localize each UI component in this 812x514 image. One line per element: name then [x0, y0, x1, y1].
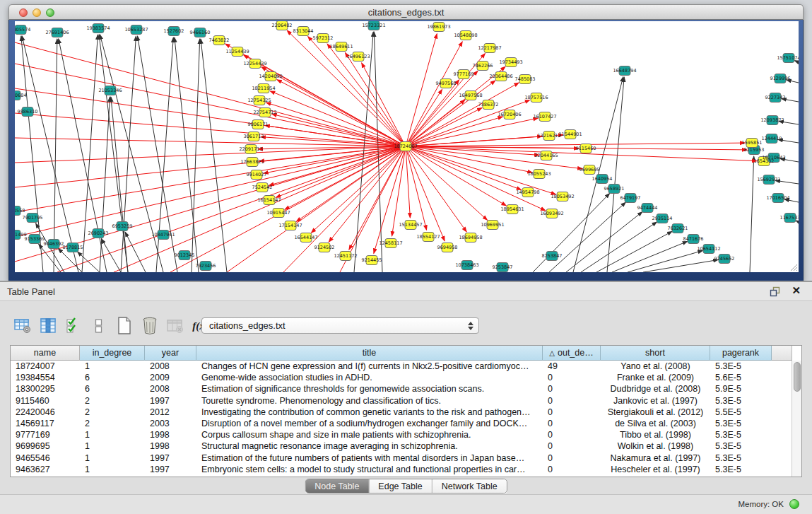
graph-node-label: 16544147 — [294, 235, 317, 240]
scrollbar-thumb[interactable] — [794, 362, 801, 392]
graph-node-label: 9129996 — [770, 76, 791, 81]
table-row[interactable]: 1830029562008Estimation of significance … — [11, 383, 792, 395]
graph-node-label: 8253847 — [542, 253, 563, 259]
status-bar: Memory: OK — [0, 494, 812, 514]
graph-node-label: 12458117 — [379, 240, 402, 246]
graph-node-label: 2405574 — [15, 27, 30, 33]
cell-in-degree: 2 — [80, 395, 145, 407]
minimize-window-icon[interactable] — [33, 8, 41, 17]
network-canvas[interactable]: 1872400724055742769140619383574106532871… — [15, 21, 799, 272]
graph-node-label: 9227343 — [765, 95, 786, 100]
column-header-name[interactable]: name — [11, 346, 80, 361]
table-row[interactable]: 1456911722003Disruption of a novel membe… — [11, 418, 792, 429]
table-type-tabs: Node Table Edge Table Network Table — [305, 479, 507, 493]
table-row[interactable]: 2242004622012Investigating the contribut… — [11, 407, 792, 418]
graph-node-label: 10969951 — [481, 222, 504, 228]
cell-title: Genome-wide association studies in ADHD. — [196, 372, 543, 383]
table-vertical-scrollbar[interactable] — [792, 361, 801, 477]
table-row[interactable]: 1872400712008Changes of HCN gene express… — [11, 361, 792, 372]
graph-node-label: 9245652 — [714, 256, 735, 262]
deselect-all-icon[interactable] — [89, 317, 108, 336]
graph-node-label: 10847941 — [151, 232, 175, 238]
table-panel-title: Table Panel — [7, 286, 55, 297]
graph-node-label: 21053346 — [98, 88, 122, 93]
cell-short: Stergiakouli et al. (2012) — [601, 407, 710, 418]
graph-node-label: 7524542 — [252, 185, 273, 190]
graph-node-label: 9777169 — [454, 71, 474, 77]
column-header-out-degree[interactable]: △out_de… — [543, 346, 601, 361]
cell-year: 1997 — [145, 464, 196, 475]
cell-out-degree: 0 — [543, 407, 601, 418]
canvas-resize-grip[interactable] — [789, 262, 798, 271]
cell-short: Dudbridge et al. (2008) — [601, 383, 710, 395]
cell-out-degree: 0 — [543, 372, 601, 383]
cell-year: 2012 — [145, 407, 196, 418]
table-row[interactable]: 946362711997Embryonic stem cells: a mode… — [11, 464, 792, 475]
graph-node-label: 22044165 — [534, 153, 558, 158]
graph-node-label: 16154147 — [257, 197, 281, 203]
cell-year: 1998 — [145, 440, 196, 452]
graph-node-label: 19383574 — [86, 25, 110, 31]
show-columns-icon[interactable] — [38, 317, 57, 336]
cell-in-degree: 1 — [80, 440, 145, 452]
column-header-pagerank[interactable]: pagerank — [710, 346, 772, 361]
cell-short: Nakamura et al. (1997) — [601, 452, 710, 464]
select-all-icon[interactable] — [64, 317, 83, 336]
table-mode-icon[interactable] — [13, 317, 32, 336]
graph-node-label: 16496123 — [346, 54, 370, 59]
graph-node-label: 15692971 — [757, 177, 780, 182]
new-column-icon[interactable] — [114, 317, 134, 336]
close-panel-icon[interactable]: ✕ — [792, 285, 801, 296]
cell-pagerank: 5.6E-5 — [710, 372, 772, 383]
cell-short: Hescheler et al. (1997) — [601, 464, 710, 475]
table-row[interactable]: 977716911998Corpus callosum shape and si… — [11, 429, 792, 440]
close-window-icon[interactable] — [19, 8, 28, 17]
graph-node-label: 9466160 — [190, 30, 211, 35]
graph-node-label: 9153369 — [25, 236, 45, 242]
cell-pagerank: 5.3E-5 — [710, 418, 772, 429]
graph-node-label: 16497568 — [459, 93, 482, 98]
cell-name: 9465546 — [11, 452, 80, 464]
graph-node-label: 7923456 — [196, 263, 216, 269]
graph-node-label: 6953259 — [112, 223, 133, 229]
cell-in-degree: 6 — [80, 383, 145, 395]
cell-pagerank: 5.9E-5 — [710, 383, 772, 395]
table-row[interactable]: 911546021997Tourette syndrome. Phenomeno… — [11, 395, 792, 407]
graph-node-label: 19734493 — [499, 59, 522, 65]
cell-name: 9463627 — [11, 464, 80, 475]
graph-node-label: 9012345 — [175, 252, 195, 258]
cell-short: Tibbo et al. (1998) — [601, 429, 710, 440]
tab-edge-table[interactable]: Edge Table — [369, 479, 432, 493]
column-header-year[interactable]: year — [145, 346, 196, 361]
column-header-short[interactable]: short — [601, 346, 710, 361]
graph-node-label: 5972312 — [313, 35, 334, 41]
delete-column-icon[interactable] — [140, 317, 159, 336]
table-row[interactable]: 969969511998Structural magnetic resonanc… — [11, 440, 792, 452]
column-header-filler — [772, 346, 792, 361]
graph-node-label: 13216212 — [537, 133, 560, 139]
cell-title: Estimation of significance thresholds fo… — [196, 383, 543, 395]
tab-node-table[interactable]: Node Table — [305, 479, 369, 493]
column-header-in-degree[interactable]: in_degree — [80, 346, 145, 361]
column-header-title[interactable]: title — [196, 346, 543, 361]
cell-pagerank: 5.5E-5 — [710, 407, 772, 418]
graph-node-label: 8313044 — [293, 28, 314, 34]
memory-status-indicator-icon[interactable] — [789, 499, 799, 509]
graph-node-label: 9046392 — [44, 241, 64, 247]
graph-node-label: 9806171 — [248, 122, 269, 127]
cell-in-degree: 2 — [80, 407, 145, 418]
window-titlebar[interactable]: citations_edges.txt — [8, 4, 804, 20]
table-row[interactable]: 946554611997Estimation of the future num… — [11, 452, 792, 464]
graph-node-label: 12451172 — [334, 253, 357, 259]
table-selector-dropdown[interactable]: citations_edges.txt — [201, 317, 479, 334]
cell-title: Tourette syndrome. Phenomenology and cla… — [196, 395, 543, 407]
zoom-window-icon[interactable] — [46, 8, 54, 17]
table-row[interactable]: 1938455462009Genome-wide association stu… — [11, 372, 792, 383]
table-body: 1872400712008Changes of HCN gene express… — [11, 361, 792, 477]
cell-in-degree: 1 — [80, 452, 145, 464]
float-panel-icon[interactable] — [770, 286, 781, 297]
graph-node-label: 20360684 — [15, 93, 27, 98]
tab-network-table[interactable]: Network Table — [433, 479, 507, 493]
network-canvas-svg: 1872400724055742769140619383574106532871… — [15, 21, 799, 272]
cell-in-degree: 1 — [80, 429, 145, 440]
